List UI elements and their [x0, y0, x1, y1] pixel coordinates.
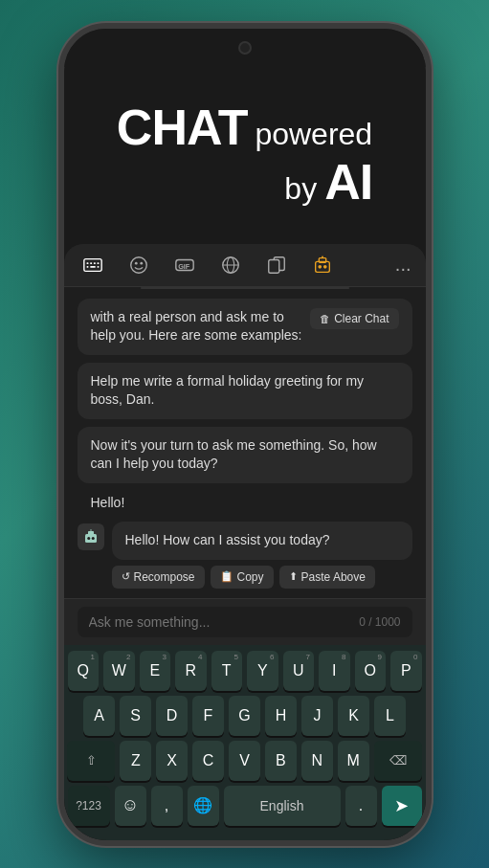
key-E[interactable]: E3 [140, 651, 171, 691]
copy-button[interactable]: 📋 Copy [211, 566, 274, 589]
key-row-4: ?123 ☺ , 🌐 English . ➤ [68, 786, 422, 826]
svg-rect-17 [268, 259, 278, 273]
shift-key[interactable]: ⇧ [67, 741, 115, 781]
key-K[interactable]: K [338, 696, 369, 736]
svg-rect-4 [97, 262, 99, 264]
svg-point-9 [134, 261, 137, 264]
gif-icon[interactable]: GIF [170, 254, 199, 277]
title-area: CHAT powered by AI [64, 72, 426, 239]
input-area: 0 / 1000 [64, 598, 426, 645]
svg-point-10 [140, 261, 143, 264]
chat-interface: GIF ... with a real person and ask me to… [64, 244, 426, 840]
message-2-text: Help me write a formal holiday greeting … [91, 373, 365, 408]
svg-point-22 [318, 265, 322, 269]
ai-bubble: Hello! How can I assist you today? [112, 522, 412, 560]
clear-chat-button[interactable]: Clear Chat [310, 308, 398, 329]
svg-rect-7 [97, 265, 99, 267]
svg-rect-24 [85, 534, 97, 543]
message-1: with a real person and ask me to help yo… [78, 299, 412, 355]
paste-above-icon: ⬆ [289, 570, 298, 583]
emoji-key[interactable]: ☺ [115, 786, 146, 826]
recompose-icon: ↺ [122, 570, 130, 583]
globe-key[interactable]: 🌐 [188, 786, 219, 826]
key-H[interactable]: H [265, 696, 297, 736]
key-O[interactable]: O9 [355, 651, 387, 691]
ai-action-buttons: ↺ Recompose 📋 Copy ⬆ Paste Above [112, 566, 412, 589]
keyboard: Q1 W2 E3 R4 T5 Y6 U7 I8 O9 P0 A S D F G … [64, 645, 426, 840]
title-chat: CHAT [117, 100, 248, 155]
copy-icon: 📋 [220, 570, 233, 583]
hello-message: Hello! [78, 491, 412, 514]
ai-avatar [78, 523, 104, 550]
key-L[interactable]: L [374, 696, 406, 736]
toolbar: GIF ... [64, 244, 426, 287]
key-I[interactable]: I8 [319, 651, 350, 691]
globe-toolbar-icon[interactable] [216, 254, 245, 277]
svg-rect-5 [86, 265, 88, 267]
input-row: 0 / 1000 [78, 607, 412, 637]
key-Z[interactable]: Z [120, 741, 151, 781]
sticker-icon[interactable] [124, 254, 153, 277]
message-3-text: Now it's your turn to ask me something. … [91, 437, 377, 472]
enter-key[interactable]: ➤ [382, 786, 422, 826]
svg-rect-2 [90, 262, 92, 264]
period-key[interactable]: . [345, 786, 377, 826]
key-R[interactable]: R4 [175, 651, 207, 691]
title-by: by [284, 172, 317, 206]
more-icon[interactable]: ... [395, 254, 411, 276]
copy-toolbar-icon[interactable] [262, 254, 291, 277]
chat-messages[interactable]: with a real person and ask me to help yo… [64, 289, 426, 598]
recompose-button[interactable]: ↺ Recompose [112, 566, 205, 589]
key-N[interactable]: N [301, 741, 333, 781]
svg-rect-19 [319, 257, 325, 262]
key-T[interactable]: T5 [211, 651, 243, 691]
app-title: CHAT powered by AI [117, 100, 372, 210]
message-2: Help me write a formal holiday greeting … [78, 363, 412, 419]
svg-rect-25 [88, 531, 94, 535]
keyboard-icon[interactable] [78, 254, 107, 277]
phone-notch [64, 29, 426, 67]
chat-input[interactable] [89, 614, 360, 630]
svg-point-28 [91, 537, 94, 540]
key-U[interactable]: U7 [283, 651, 315, 691]
message-1-text: with a real person and ask me to help yo… [91, 308, 303, 345]
ai-content: Hello! How can I assist you today? ↺ Rec… [112, 522, 412, 589]
svg-point-23 [322, 265, 326, 269]
hello-text: Hello! [91, 495, 125, 510]
ai-text: Hello! How can I assist you today? [125, 532, 330, 547]
key-A[interactable]: A [83, 696, 115, 736]
key-J[interactable]: J [301, 696, 333, 736]
key-Y[interactable]: Y6 [247, 651, 278, 691]
svg-text:GIF: GIF [178, 261, 190, 270]
svg-point-27 [87, 537, 90, 540]
key-W[interactable]: W2 [103, 651, 135, 691]
key-C[interactable]: C [192, 741, 224, 781]
key-Q[interactable]: Q1 [68, 651, 100, 691]
key-X[interactable]: X [156, 741, 188, 781]
robot-icon[interactable] [308, 254, 337, 277]
key-M[interactable]: M [338, 741, 369, 781]
num-key[interactable]: ?123 [68, 786, 110, 826]
svg-rect-6 [90, 265, 96, 267]
delete-key[interactable]: ⌫ [374, 741, 422, 781]
key-row-2: A S D F G H J K L [68, 696, 422, 736]
message-3: Now it's your turn to ask me something. … [78, 427, 412, 483]
key-P[interactable]: P0 [390, 651, 422, 691]
key-V[interactable]: V [229, 741, 260, 781]
comma-key[interactable]: , [151, 786, 183, 826]
front-camera [238, 41, 252, 55]
key-B[interactable]: B [265, 741, 297, 781]
svg-point-21 [322, 256, 323, 257]
key-row-3: ⇧ Z X C V B N M ⌫ [68, 741, 422, 781]
key-D[interactable]: D [156, 696, 188, 736]
paste-above-button[interactable]: ⬆ Paste Above [279, 566, 375, 589]
space-key[interactable]: English [224, 786, 341, 826]
key-G[interactable]: G [229, 696, 260, 736]
char-count: 0 / 1000 [359, 615, 400, 629]
phone-frame: CHAT powered by AI GIF [58, 23, 432, 846]
svg-rect-18 [315, 261, 329, 272]
key-S[interactable]: S [120, 696, 151, 736]
svg-point-8 [130, 256, 146, 273]
svg-rect-0 [83, 258, 100, 271]
key-F[interactable]: F [192, 696, 224, 736]
